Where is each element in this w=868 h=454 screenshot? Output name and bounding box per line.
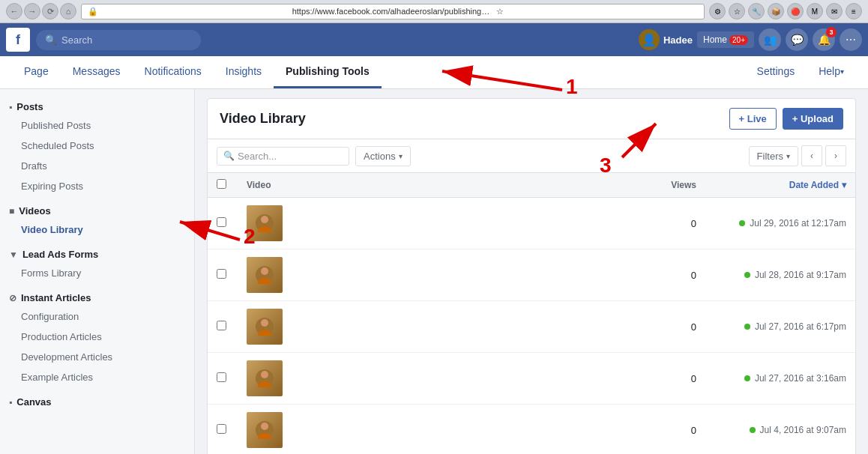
forward-button[interactable]: → [24, 3, 40, 19]
user-name: Hadee [663, 34, 693, 46]
row-checkbox[interactable] [217, 372, 226, 382]
video-thumbnail [247, 205, 283, 241]
instant-articles-icon: ⊘ [9, 293, 16, 303]
facebook-logo[interactable]: f [6, 28, 30, 52]
menu-icon[interactable]: ≡ [846, 3, 862, 19]
select-all-checkbox[interactable] [217, 179, 226, 189]
panel-toolbar: 🔍 Actions ▾ Filters ▾ ‹ [208, 139, 855, 173]
posts-icon: ▪ [9, 102, 12, 112]
sidebar-item-configuration[interactable]: Configuration [0, 306, 194, 327]
live-button[interactable]: + Live [729, 108, 777, 130]
upload-button[interactable]: + Upload [783, 108, 843, 130]
row-video-col [241, 412, 636, 448]
row-checkbox-col [217, 321, 241, 333]
status-dot [744, 272, 750, 278]
prev-page-button[interactable]: ‹ [801, 145, 822, 166]
sidebar-item-example-articles[interactable]: Example Articles [0, 367, 194, 387]
row-views-col: 0 [636, 321, 696, 333]
svg-point-1 [261, 216, 268, 223]
sidebar-item-expiring-posts[interactable]: Expiring Posts [0, 176, 194, 196]
back-button[interactable]: ← [6, 3, 22, 19]
nav-help[interactable]: Help ▾ [807, 56, 856, 88]
browser-nav-buttons: ← → ⟳ ⌂ [6, 3, 76, 19]
settings-icon[interactable]: ⚙ [709, 3, 726, 19]
sidebar-item-forms-library[interactable]: Forms Library [0, 263, 194, 283]
actions-button[interactable]: Actions ▾ [355, 146, 411, 166]
sidebar-item-development-articles[interactable]: Development Articles [0, 347, 194, 367]
table-row: 0 Jul 28, 2016 at 9:17am [208, 249, 855, 301]
table-row: 0 Jul 27, 2016 at 3:16am [208, 353, 855, 405]
sidebar-posts-header: ▪ Posts [0, 95, 194, 115]
search-box[interactable]: 🔍 [217, 147, 349, 166]
sidebar-item-published-posts[interactable]: Published Posts [0, 115, 194, 136]
extension3-icon[interactable]: 🔴 [787, 3, 804, 19]
nav-notifications[interactable]: Notifications [133, 56, 214, 88]
header-right: 👤 Hadee Home 20+ 👥 💬 🔔 3 ⋯ [639, 28, 862, 51]
svg-point-9 [261, 423, 268, 430]
user-menu[interactable]: 👤 Hadee [639, 29, 693, 50]
reload-button[interactable]: ⟳ [42, 3, 58, 19]
home-nav-button[interactable]: Home 20+ [697, 31, 754, 48]
apps-icon[interactable]: ⋯ [840, 28, 862, 51]
facebook-header: f 🔍 👤 Hadee Home 20+ 👥 💬 [0, 23, 868, 56]
friends-icon[interactable]: 👥 [759, 28, 781, 51]
notifications-icon[interactable]: 🔔 3 [813, 28, 835, 51]
toolbar-left: 🔍 Actions ▾ [217, 146, 411, 166]
nav-settings[interactable]: Settings [745, 56, 807, 88]
row-checkbox[interactable] [217, 269, 226, 279]
video-column-header: Video [241, 180, 636, 190]
search-icon: 🔍 [223, 151, 235, 161]
table-row: 0 Jul 29, 2016 at 12:17am [208, 198, 855, 249]
row-checkbox[interactable] [217, 424, 226, 434]
chat-icon[interactable]: 💬 [786, 28, 808, 51]
facebook-search-bar[interactable]: 🔍 [36, 30, 201, 50]
nav-page[interactable]: Page [12, 56, 61, 88]
content-panel: Video Library + Live + Upload 🔍 [207, 98, 856, 454]
browser-chrome: ← → ⟳ ⌂ 🔒 https://www.facebook.com/alhad… [0, 0, 868, 23]
status-dot [744, 375, 750, 381]
home-count-badge: 20+ [729, 35, 748, 45]
chevron-down-icon: ▾ [399, 152, 403, 160]
select-all-checkbox-col [217, 179, 241, 191]
extension4-icon[interactable]: M [807, 3, 823, 19]
table-header: Video Views Date Added ▾ [208, 173, 855, 198]
extension-icon[interactable]: 🔧 [748, 3, 765, 19]
row-views-col: 0 [636, 373, 696, 384]
sidebar-item-video-library[interactable]: Video Library [0, 220, 194, 240]
extension2-icon[interactable]: 📦 [768, 3, 784, 19]
bookmark-manager-icon[interactable]: ☆ [729, 3, 745, 19]
sidebar-item-production-articles[interactable]: Production Articles [0, 327, 194, 347]
filters-button[interactable]: Filters ▾ [749, 146, 798, 166]
mail-icon[interactable]: ✉ [826, 3, 843, 19]
row-checkbox[interactable] [217, 321, 226, 330]
table-row: 0 Jul 4, 2016 at 9:07am [208, 405, 855, 454]
sidebar-lead-ads-section: ▼ Lead Ads Forms Forms Library [0, 243, 194, 283]
video-thumbnail [247, 257, 283, 293]
address-bar[interactable]: 🔒 https://www.facebook.com/alhadeeroslan… [81, 4, 705, 19]
nav-publishing-tools[interactable]: Publishing Tools [274, 56, 382, 88]
row-checkbox[interactable] [217, 217, 226, 227]
home-button[interactable]: ⌂ [60, 3, 76, 19]
sidebar-item-drafts[interactable]: Drafts [0, 156, 194, 176]
row-views-col: 0 [636, 270, 696, 281]
browser-extras: ⚙ ☆ 🔧 📦 🔴 M ✉ ≡ [709, 3, 862, 19]
views-column-header: Views [636, 180, 696, 190]
search-icon: 🔍 [45, 34, 57, 46]
row-date-col: Jul 29, 2016 at 12:17am [696, 218, 846, 228]
bookmark-icon[interactable]: ☆ [496, 7, 698, 16]
sidebar-item-scheduled-posts[interactable]: Scheduled Posts [0, 136, 194, 156]
row-checkbox-col [217, 217, 241, 229]
page-navigation: Page Messages Notifications Insights Pub… [0, 56, 868, 89]
search-input[interactable] [61, 34, 181, 46]
row-checkbox-col [217, 269, 241, 281]
nav-messages[interactable]: Messages [61, 56, 133, 88]
nav-insights[interactable]: Insights [214, 56, 274, 88]
next-page-button[interactable]: › [825, 145, 846, 166]
search-input[interactable] [238, 151, 343, 162]
content-area: Video Library + Live + Upload 🔍 [195, 89, 868, 454]
date-column-header[interactable]: Date Added ▾ [696, 180, 846, 190]
row-video-col [241, 360, 636, 396]
sidebar-instant-articles-header: ⊘ Instant Articles [0, 286, 194, 306]
sidebar-videos-section: ■ Videos Video Library [0, 199, 194, 240]
address-text: https://www.facebook.com/alhadeeroslan/p… [292, 7, 494, 16]
